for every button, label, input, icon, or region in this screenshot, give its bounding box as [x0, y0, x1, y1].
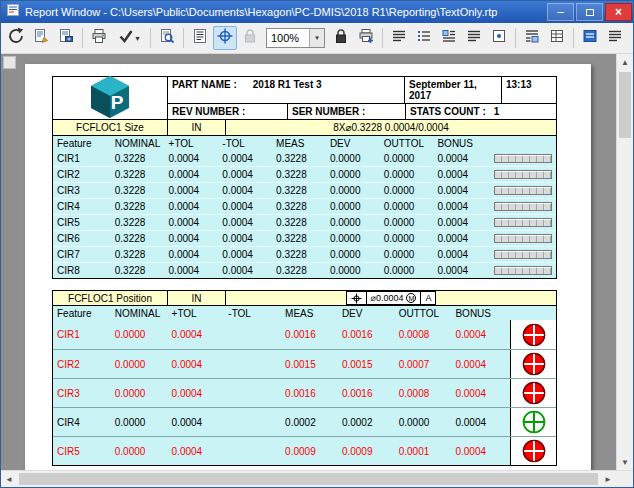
- column-header: -TOL: [226, 308, 283, 319]
- zoom-lock-button[interactable]: [329, 26, 353, 50]
- print-button[interactable]: [87, 26, 111, 50]
- feature-control-frame: ⌀0.0004 M A: [346, 291, 437, 305]
- tolerance-bar: [494, 202, 552, 211]
- graph-cell: [489, 186, 556, 195]
- report-text-button[interactable]: [387, 26, 411, 50]
- notes-button[interactable]: [603, 26, 627, 50]
- chevron-down-icon[interactable]: ▾: [309, 29, 324, 47]
- value-cell: 0.0000: [382, 249, 436, 260]
- maximize-icon: [586, 9, 594, 16]
- value-cell: 0.0004: [435, 249, 489, 260]
- value-cell: 0.3228: [274, 249, 328, 260]
- horizontal-scrollbar[interactable]: ◄ ►: [1, 470, 616, 487]
- panel-view-button[interactable]: [578, 26, 602, 50]
- section-view-button[interactable]: [520, 26, 544, 50]
- scroll-left-button[interactable]: ◄: [1, 471, 17, 487]
- value-cell: 0.0000: [328, 201, 382, 212]
- column-header: Feature: [53, 308, 113, 319]
- refresh-report-button[interactable]: [4, 26, 28, 50]
- zoom-select[interactable]: 100%▾: [266, 28, 325, 48]
- horizontal-scroll-thumb[interactable]: [19, 473, 598, 485]
- out-of-tolerance-target-icon: [521, 380, 547, 406]
- titlebar[interactable]: Report Window - C:\Users\Public\Document…: [1, 1, 633, 23]
- status-cell: [510, 350, 556, 378]
- dimension-list-button[interactable]: [412, 26, 436, 50]
- grid-view-button[interactable]: [487, 26, 511, 50]
- value-cell: 0.0004: [167, 201, 221, 212]
- value-cell: 0.3228: [274, 217, 328, 228]
- value-cell: 0.0004: [435, 217, 489, 228]
- toolbar-separator: [382, 28, 383, 48]
- toolbar-separator: [515, 28, 516, 48]
- graph-cell: [489, 154, 556, 163]
- table-view-button[interactable]: [545, 26, 569, 50]
- report-view[interactable]: P PART NAME : 2018 R1 Test 3 September 1…: [1, 54, 616, 470]
- value-cell: 0.0007: [397, 359, 454, 370]
- report-page: P PART NAME : 2018 R1 Test 3 September 1…: [25, 64, 591, 470]
- value-cell: 0.0000: [397, 417, 454, 428]
- print-layout-button[interactable]: [354, 26, 378, 50]
- text-lines-icon: [391, 28, 407, 48]
- document-camera-icon: [58, 28, 74, 48]
- value-cell: 0.3228: [274, 233, 328, 244]
- maximize-button[interactable]: [576, 3, 603, 21]
- out-of-tolerance-target-icon: [521, 351, 547, 377]
- value-cell: 0.0004: [453, 329, 510, 340]
- label-template-button[interactable]: [437, 26, 461, 50]
- value-cell: 0.0015: [340, 359, 397, 370]
- scroll-right-button[interactable]: ►: [600, 471, 616, 487]
- lock-view-button[interactable]: [238, 26, 262, 50]
- size-table-row: CIR30.32280.00040.00040.32280.00000.0000…: [53, 182, 556, 198]
- scroll-up-button[interactable]: ▲: [617, 54, 633, 70]
- size-callout: 8X⌀0.3228 0.0004/0.0004: [333, 122, 449, 133]
- approve-report-button[interactable]: ▾: [112, 26, 146, 50]
- scroll-down-icon: ▼: [621, 458, 629, 467]
- zoom-value: 100%: [267, 29, 309, 47]
- value-cell: 0.0004: [170, 388, 227, 399]
- text-lines-icon: [466, 28, 482, 48]
- column-header: BONUS: [453, 308, 510, 319]
- scroll-right-icon: ►: [604, 475, 612, 484]
- position-table: FeatureNOMINAL+TOL-TOLMEASDEVOUTTOLBONUS…: [52, 306, 557, 466]
- column-header: OUTTOL: [382, 138, 436, 149]
- position-table-header: FeatureNOMINAL+TOL-TOLMEASDEVOUTTOLBONUS: [53, 306, 556, 320]
- value-cell: 0.0000: [382, 185, 436, 196]
- position-band-units: IN: [168, 291, 226, 305]
- status-cell: [510, 320, 556, 349]
- custom-report-button[interactable]: [54, 26, 78, 50]
- value-cell: 0.0004: [435, 233, 489, 244]
- text-view-button[interactable]: [188, 26, 212, 50]
- graphics-view-button[interactable]: [213, 26, 237, 50]
- value-cell: 0.0004: [435, 185, 489, 196]
- graph-cell: [489, 266, 556, 275]
- edit-template-button[interactable]: [29, 26, 53, 50]
- chevron-down-icon[interactable]: ▾: [135, 34, 139, 43]
- summary-list-button[interactable]: [462, 26, 486, 50]
- column-header: OUTTOL: [397, 308, 454, 319]
- position-table-row: CIR50.00000.00040.00090.00090.00010.0004: [53, 436, 556, 465]
- value-cell: 0.0004: [220, 265, 274, 276]
- vertical-scroll-track[interactable]: [617, 138, 633, 454]
- feature-name: CIR3: [53, 388, 113, 399]
- vertical-scrollbar[interactable]: ▲ ▼: [616, 54, 633, 470]
- size-band-title: FCFLOC1 Size: [53, 120, 168, 135]
- position-table-row: CIR20.00000.00040.00150.00150.00070.0004: [53, 349, 556, 378]
- size-table-row: CIR80.32280.00040.00040.32280.00000.0000…: [53, 262, 556, 278]
- value-cell: 0.0016: [340, 329, 397, 340]
- vertical-scroll-thumb[interactable]: [619, 72, 631, 138]
- graph-cell: [489, 202, 556, 211]
- graph-cell: [489, 170, 556, 179]
- toolbar-separator: [183, 28, 184, 48]
- minimize-button[interactable]: –: [547, 3, 574, 21]
- column-header: Feature: [53, 138, 113, 149]
- value-cell: 0.0004: [453, 359, 510, 370]
- tolerance-bar: [494, 186, 552, 195]
- value-cell: 0.0004: [170, 329, 227, 340]
- column-header: BONUS: [435, 138, 489, 149]
- close-button[interactable]: ×: [605, 3, 632, 21]
- document-edit-icon: [33, 28, 49, 48]
- value-cell: 0.0009: [283, 446, 340, 457]
- preview-button[interactable]: [155, 26, 179, 50]
- close-icon: ×: [615, 5, 622, 19]
- scroll-down-button[interactable]: ▼: [617, 454, 633, 470]
